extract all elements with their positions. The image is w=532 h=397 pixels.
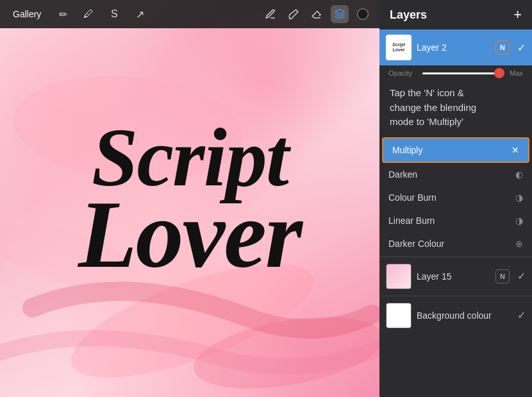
layer2-blend-mode-button[interactable]: N (495, 40, 510, 55)
blend-mode-multiply[interactable]: Multiply ✕ (382, 137, 529, 163)
eraser-icon[interactable] (308, 5, 326, 23)
layers-panel: Layers + ScriptLover Layer 2 N ✓ Opacity… (379, 0, 532, 397)
linear-burn-label: Linear Burn (388, 215, 435, 226)
layer2-row[interactable]: ScriptLover Layer 2 N ✓ (379, 30, 532, 65)
script-line2: Lover (78, 186, 301, 282)
blending-modes-list: Multiply ✕ Darken ◐ Colour Burn ◑ Linear… (379, 137, 532, 398)
layers-header: Layers + (379, 0, 532, 30)
layer15-name: Layer 15 (417, 271, 490, 282)
opacity-slider[interactable] (422, 72, 504, 74)
svg-point-5 (358, 9, 369, 20)
eraser-tool-icon[interactable]: ↗ (131, 5, 149, 23)
opacity-max-label: Max (510, 69, 523, 77)
pen-tool-icon[interactable]: ✏ (54, 5, 72, 23)
layers-icon[interactable] (331, 5, 349, 23)
gallery-button[interactable]: Gallery (8, 6, 46, 22)
blend-mode-darker-colour[interactable]: Darker Colour ⊕ (379, 232, 532, 255)
blend-mode-darken[interactable]: Darken ◐ (379, 163, 532, 186)
layer2-visibility-check[interactable]: ✓ (517, 42, 526, 54)
layer15-blend-badge[interactable]: N (495, 269, 510, 283)
panel-divider2 (379, 296, 532, 296)
bg-colour-visibility-check[interactable]: ✓ (517, 309, 526, 321)
smudge-tool-icon[interactable]: S (105, 5, 123, 23)
linear-burn-icon: ◑ (515, 215, 523, 226)
panel-divider (379, 257, 532, 257)
darker-colour-label: Darker Colour (388, 239, 444, 249)
opacity-label: Opacity (388, 69, 417, 77)
darker-colour-icon: ⊕ (515, 239, 523, 249)
darken-label: Darken (388, 169, 417, 180)
pencil-icon[interactable] (262, 5, 279, 23)
bg-colour-name: Background colour (417, 310, 510, 321)
bg-colour-row[interactable]: Background colour ✓ (379, 298, 532, 334)
layer15-row[interactable]: Layer 15 N ✓ (379, 258, 532, 294)
layer2-name: Layer 2 (417, 42, 490, 53)
layer2-thumbnail: ScriptLover (386, 35, 411, 60)
multiply-label: Multiply (392, 145, 422, 155)
opacity-thumb[interactable] (494, 68, 504, 78)
canvas-area: Script Lover Gallery ✏ 🖊 S ↗ (0, 0, 379, 397)
blend-mode-colour-burn[interactable]: Colour Burn ◑ (379, 186, 532, 209)
color-picker-icon[interactable] (354, 5, 372, 23)
brush-tool-icon[interactable]: 🖊 (79, 5, 97, 23)
instruction-text: Tap the 'N' icon &change the blendingmod… (379, 78, 532, 137)
colour-burn-icon: ◑ (515, 192, 523, 203)
bg-colour-thumbnail (386, 303, 411, 328)
layer15-visibility-check[interactable]: ✓ (517, 270, 526, 282)
layers-title: Layers (390, 8, 427, 22)
darken-icon: ◐ (515, 169, 523, 180)
top-toolbar: Gallery ✏ 🖊 S ↗ (0, 0, 379, 28)
opacity-row: Opacity Max (379, 65, 532, 78)
layer15-thumbnail (386, 264, 411, 289)
svg-marker-4 (335, 10, 345, 15)
canvas-script-text: Script Lover (0, 0, 379, 397)
layers-add-button[interactable]: + (513, 8, 522, 22)
blend-mode-linear-burn[interactable]: Linear Burn ◑ (379, 209, 532, 232)
multiply-icon: ✕ (511, 145, 519, 155)
colour-burn-label: Colour Burn (388, 192, 436, 203)
brush-icon[interactable] (285, 5, 303, 23)
